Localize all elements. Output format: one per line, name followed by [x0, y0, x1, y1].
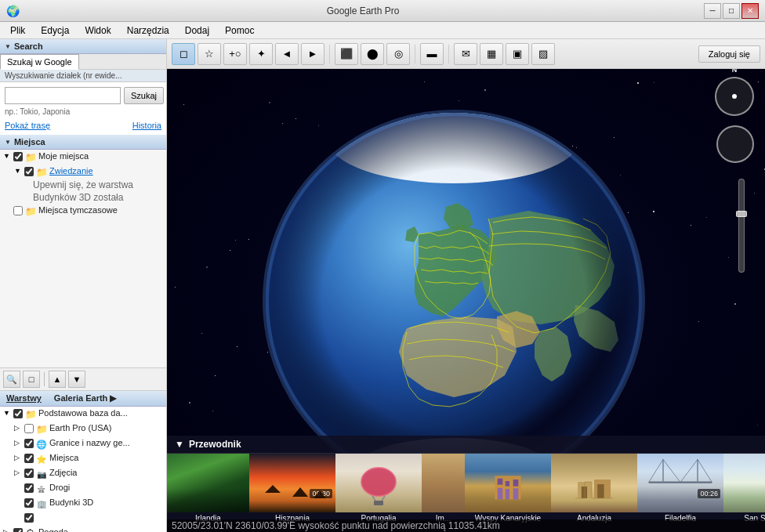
print-button[interactable]: ▦ [480, 43, 503, 65]
svg-line-25 [649, 459, 663, 482]
sky-button[interactable]: ⬤ [361, 43, 384, 65]
history-link[interactable]: Historia [132, 121, 161, 130]
earth-view[interactable]: N ▼ Przewodnik [167, 69, 765, 532]
svg-rect-20 [582, 487, 587, 498]
menu-plik[interactable]: Plik [3, 23, 32, 38]
search-tab-google[interactable]: Szukaj w Google [0, 54, 79, 70]
zoom-thumb[interactable] [736, 211, 747, 217]
earth-button[interactable]: ⬛ [335, 43, 358, 65]
view-2d-button[interactable]: ◻ [172, 43, 195, 65]
globe-borders-icon: 🌐 [36, 439, 47, 450]
folder-button[interactable]: □ [23, 371, 40, 388]
polygon-button[interactable]: ✦ [249, 43, 273, 65]
search-button[interactable]: Szukaj [124, 87, 164, 104]
buildings-label: Budynki 3D [49, 498, 161, 507]
tour-subtext-line1: Upewnij się, że warstwa [33, 179, 133, 190]
navigation-compass[interactable]: N [715, 77, 754, 116]
maps-button[interactable]: ▨ [531, 43, 555, 65]
left-panel: ▼ Search Szukaj w Google Wyszukiwanie dz… [0, 39, 167, 532]
checkbox-photos[interactable] [24, 469, 34, 478]
status-bar: 52005/23.01'N 23610/03.99'E wysokość pun… [167, 519, 765, 532]
places-arrow-icon: ▼ [5, 139, 11, 146]
close-button[interactable]: ✕ [741, 3, 759, 19]
tree-item-my-places: ▼ 📁 Moje miejsca [0, 150, 166, 165]
search-row: Szukaj [5, 87, 161, 104]
path-button[interactable]: ◄ [275, 43, 299, 65]
window-title: Google Earth Pro [22, 5, 704, 16]
layers-tab-gallery[interactable]: Galeria Earth ▶ [48, 391, 123, 406]
checkbox-places[interactable] [24, 454, 34, 463]
expand-earth-pro-icon[interactable]: ▷ [14, 424, 22, 432]
checkbox-unknown[interactable] [24, 513, 34, 523]
search-content: Szukaj np.: Tokio, Japonia Pokaż trasę H… [0, 82, 166, 135]
add-placemark-button[interactable]: +○ [223, 43, 247, 65]
menu-widok[interactable]: Widok [78, 23, 118, 38]
save-button[interactable]: ▣ [506, 43, 529, 65]
base-label: Podstawowa baza da... [38, 408, 161, 418]
checkbox-my-places[interactable] [13, 152, 23, 161]
layer-item-photos: ▷ 📷 Zdjęcia [0, 466, 166, 481]
places-header[interactable]: ▼ Miejsca [0, 135, 166, 150]
expand-photos-icon[interactable]: ▷ [14, 469, 22, 476]
historical-button[interactable]: ▬ [420, 43, 444, 65]
search-input[interactable] [5, 87, 121, 104]
zoom-slider[interactable] [738, 179, 745, 273]
login-button[interactable]: Zaloguj się [698, 45, 760, 63]
email-button[interactable]: ✉ [454, 43, 477, 65]
svg-line-26 [663, 459, 680, 482]
unknown-icon [36, 513, 47, 524]
search-hint: np.: Tokio, Japonia [5, 107, 161, 116]
earth-globe-svg [262, 109, 646, 493]
search-header[interactable]: ▼ Search [0, 39, 166, 54]
checkbox-earth-pro[interactable] [24, 424, 34, 433]
earth-pro-label: Earth Pro (USA) [49, 423, 161, 432]
route-link[interactable]: Pokaż trasę [5, 121, 50, 130]
weather-label: Pogoda [38, 527, 161, 532]
expand-borders-icon[interactable]: ▷ [14, 439, 22, 447]
guide-arrow-icon: ▼ [175, 439, 184, 450]
places-layer-label: Miejsca [49, 453, 161, 462]
tilt-control[interactable] [716, 125, 754, 163]
expand-my-places-icon[interactable]: ▼ [3, 152, 11, 160]
expand-base-icon[interactable]: ▼ [3, 409, 11, 417]
measure-button[interactable]: ► [301, 43, 324, 65]
menu-edycja[interactable]: Edycja [34, 23, 76, 38]
layers-content: ▼ 📁 Podstawowa baza da... ▷ 📁 Earth Pro … [0, 407, 166, 532]
checkbox-buildings[interactable] [24, 498, 34, 508]
layers-tab-warstwy[interactable]: Warstwy [0, 391, 48, 406]
menu-narzedzia[interactable]: Narzędzia [120, 23, 176, 38]
guide-header[interactable]: ▼ Przewodnik [167, 436, 765, 454]
placemark-button[interactable]: ☆ [198, 43, 221, 65]
checkbox-weather[interactable] [13, 528, 23, 532]
checkbox-temp-places[interactable] [13, 206, 23, 215]
svg-line-8 [372, 496, 375, 501]
layer-item-base: ▼ 📁 Podstawowa baza da... [0, 407, 166, 422]
top-toolbar: ◻ ☆ +○ ✦ ◄ ► ⬛ ⬤ ◎ ▬ ✉ ▦ ▣ ▨ Zaloguj się [167, 39, 765, 69]
tour-label[interactable]: Zwiedzanie [49, 166, 161, 176]
search-tab-parcels[interactable]: Wyszukiwanie działek (nr ewide... [0, 70, 166, 82]
toolbar-sep-2 [415, 45, 415, 63]
search-links: Pokaż trasę Historia [5, 121, 161, 130]
minimize-button[interactable]: ─ [704, 3, 721, 19]
my-places-label: Moje miejsca [38, 151, 161, 161]
checkbox-base[interactable] [13, 409, 23, 418]
checkbox-tour[interactable] [24, 167, 34, 176]
star-places-icon: ⭐ [36, 454, 47, 465]
move-up-button[interactable]: ▲ [49, 371, 66, 388]
checkbox-roads[interactable] [24, 483, 34, 493]
search-title: Search [14, 42, 43, 51]
expand-weather-icon[interactable]: ▷ [3, 528, 11, 532]
menu-dodaj[interactable]: Dodaj [178, 23, 216, 38]
tour-subtext: Upewnij się, że warstwa Budynków 3D zost… [0, 179, 166, 204]
tour-button[interactable]: ◎ [386, 43, 410, 65]
move-down-button[interactable]: ▼ [68, 371, 85, 388]
tree-item-tour: ▼ 📁 Zwiedzanie [0, 165, 166, 179]
expand-tour-icon[interactable]: ▼ [14, 167, 22, 175]
menu-pomoc[interactable]: Pomoc [218, 23, 261, 38]
checkbox-borders[interactable] [24, 439, 34, 448]
maximize-button[interactable]: □ [723, 3, 740, 19]
expand-places-icon[interactable]: ▷ [14, 454, 22, 461]
add-place-button[interactable]: 🔍 [3, 371, 20, 388]
compass-ring[interactable] [715, 77, 754, 116]
folder-tour-icon: 📁 [36, 167, 47, 178]
